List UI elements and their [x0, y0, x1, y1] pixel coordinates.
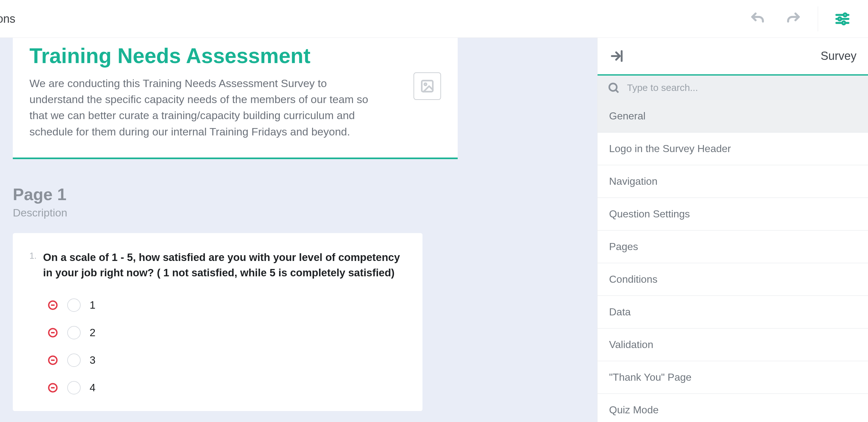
page-description[interactable]: Description [13, 207, 458, 219]
option-label[interactable]: 3 [90, 354, 96, 366]
survey-header-text: Training Needs Assessment We are conduct… [29, 44, 402, 140]
section-label: General [609, 110, 646, 122]
properties-sidebar: Survey GeneralLogo in the Survey HeaderN… [597, 38, 868, 422]
search-icon [607, 81, 620, 94]
undo-icon [750, 11, 766, 27]
question-header: 1. On a scale of 1 - 5, how satisfied ar… [29, 250, 406, 280]
section-label: Pages [609, 241, 638, 252]
section-label: Validation [609, 339, 653, 350]
section-label: Quiz Mode [609, 404, 659, 416]
radio-input[interactable] [67, 298, 81, 312]
canvas-inner: Training Needs Assessment We are conduct… [13, 38, 458, 411]
sidebar-header: Survey [597, 38, 868, 76]
sidebar-search [597, 76, 868, 100]
collapse-right-icon [610, 49, 624, 63]
section-item[interactable]: Pages [597, 231, 868, 263]
toolbar-separator [818, 6, 818, 31]
breadcrumb-text: ations [0, 12, 16, 26]
remove-option-button[interactable] [48, 327, 58, 338]
survey-header-card[interactable]: Training Needs Assessment We are conduct… [13, 38, 458, 159]
svg-point-3 [838, 17, 841, 20]
section-label: Data [609, 306, 631, 318]
section-item[interactable]: Validation [597, 329, 868, 361]
svg-point-17 [610, 84, 617, 91]
section-item[interactable]: General [597, 100, 868, 132]
breadcrumb: ations [0, 12, 746, 26]
minus-circle-icon [48, 382, 58, 393]
section-item[interactable]: Logo in the Survey Header [597, 132, 868, 165]
survey-logo-placeholder[interactable] [413, 72, 441, 100]
option-row[interactable]: 1 [48, 298, 406, 312]
section-item[interactable]: Quiz Mode [597, 394, 868, 422]
editor-canvas[interactable]: Training Needs Assessment We are conduct… [0, 38, 597, 422]
image-icon [420, 79, 435, 93]
undo-button[interactable] [746, 7, 769, 30]
question-number: 1. [29, 250, 37, 280]
question-text[interactable]: On a scale of 1 - 5, how satisfied are y… [43, 250, 406, 280]
section-label: Question Settings [609, 208, 690, 220]
minus-circle-icon [48, 327, 58, 338]
option-label[interactable]: 2 [90, 327, 96, 339]
section-label: Navigation [609, 176, 657, 187]
section-item[interactable]: Conditions [597, 263, 868, 296]
minus-circle-icon [48, 300, 58, 310]
question-card[interactable]: 1. On a scale of 1 - 5, how satisfied ar… [13, 233, 423, 411]
redo-button[interactable] [782, 7, 805, 30]
remove-option-button[interactable] [48, 382, 58, 393]
sidebar-search-input[interactable] [626, 82, 859, 93]
svg-line-18 [616, 90, 618, 93]
radio-input[interactable] [67, 354, 81, 367]
section-label: Logo in the Survey Header [609, 143, 731, 154]
svg-rect-6 [422, 81, 433, 92]
body: Training Needs Assessment We are conduct… [0, 38, 868, 422]
top-bar: ations [0, 0, 868, 38]
section-item[interactable]: Data [597, 296, 868, 329]
remove-option-button[interactable] [48, 355, 58, 366]
radio-input[interactable] [67, 326, 81, 339]
minus-circle-icon [48, 355, 58, 366]
option-row[interactable]: 2 [48, 326, 406, 339]
sidebar-title: Survey [820, 49, 857, 63]
option-row[interactable]: 4 [48, 381, 406, 394]
svg-point-1 [844, 13, 846, 16]
top-bar-actions [746, 6, 868, 31]
section-item[interactable]: Navigation [597, 165, 868, 198]
section-item[interactable]: "Thank You" Page [597, 361, 868, 394]
question-options: 1234 [29, 298, 406, 394]
redo-icon [785, 11, 801, 27]
survey-description[interactable]: We are conducting this Training Needs As… [29, 75, 372, 140]
radio-input[interactable] [67, 381, 81, 394]
option-label[interactable]: 4 [90, 382, 96, 394]
sidebar-sections: GeneralLogo in the Survey HeaderNavigati… [597, 100, 868, 422]
settings-button[interactable] [831, 7, 854, 30]
page-block: Page 1 Description 1. On a scale of 1 - … [13, 185, 458, 411]
option-row[interactable]: 3 [48, 354, 406, 367]
svg-point-7 [425, 83, 427, 86]
section-label: Conditions [609, 273, 657, 285]
remove-option-button[interactable] [48, 300, 58, 310]
svg-point-5 [842, 21, 845, 24]
page-title[interactable]: Page 1 [13, 185, 458, 204]
section-label: "Thank You" Page [609, 371, 692, 383]
sliders-icon [834, 11, 850, 27]
collapse-sidebar-button[interactable] [607, 47, 626, 66]
survey-title[interactable]: Training Needs Assessment [29, 44, 402, 67]
app-root: ations [0, 0, 868, 422]
section-item[interactable]: Question Settings [597, 198, 868, 231]
option-label[interactable]: 1 [90, 299, 96, 311]
